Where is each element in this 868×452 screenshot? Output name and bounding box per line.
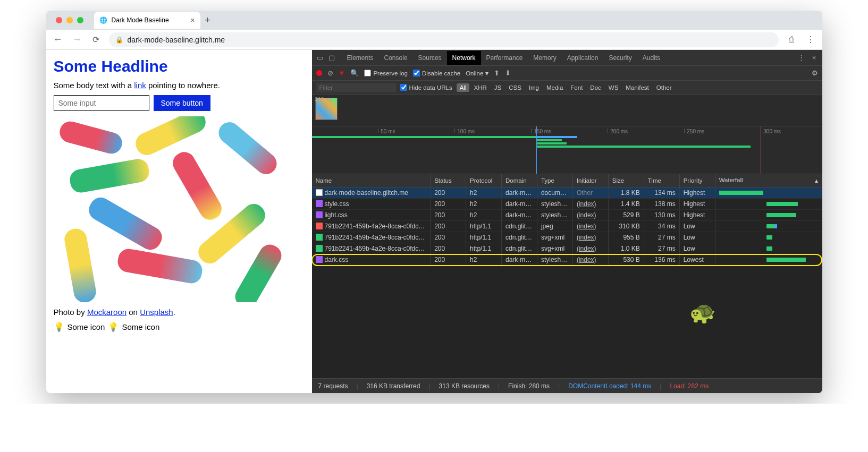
devtools-tab-console[interactable]: Console: [379, 51, 413, 65]
network-row[interactable]: 791b2241-459b-4a2e-8cca-c0fdc2…200http/1…: [312, 243, 822, 254]
filter-chip-xhr[interactable]: XHR: [470, 83, 490, 92]
devtools-menu-icon[interactable]: ⋮: [797, 53, 806, 63]
devtools-tab-network[interactable]: Network: [447, 51, 481, 65]
initiator-link[interactable]: (index): [577, 223, 596, 230]
disable-cache-checkbox[interactable]: Disable cache: [413, 70, 460, 76]
new-tab-button[interactable]: +: [200, 15, 215, 26]
inspect-element-icon[interactable]: ▭: [315, 53, 325, 63]
devtools-close-icon[interactable]: ×: [810, 53, 819, 63]
ruler-tick: 100 ms: [454, 129, 475, 133]
settings-icon[interactable]: ⚙: [812, 69, 818, 77]
site-link[interactable]: Unsplash: [140, 308, 173, 317]
devtools-tab-audits[interactable]: Audits: [637, 51, 665, 65]
filter-chip-manifest[interactable]: Manifest: [622, 83, 652, 92]
devtools-tab-performance[interactable]: Performance: [481, 51, 528, 65]
column-header-status[interactable]: Status: [431, 174, 466, 187]
menu-icon[interactable]: ⋮: [804, 35, 817, 45]
column-header-waterfall[interactable]: Waterfall ▴: [715, 174, 822, 187]
devtools-tab-memory[interactable]: Memory: [528, 51, 561, 65]
network-row[interactable]: dark.css200h2dark-mo…stylesheet(index)53…: [312, 254, 822, 266]
status-resources: 313 KB resources: [439, 382, 490, 390]
filter-chip-media[interactable]: Media: [543, 83, 566, 92]
filter-chip-img[interactable]: Img: [526, 83, 542, 92]
file-type-icon: [316, 223, 323, 229]
devtools-tab-elements[interactable]: Elements: [342, 51, 379, 65]
clear-icon[interactable]: ⊘: [327, 69, 333, 77]
initiator-link[interactable]: (index): [577, 234, 596, 241]
file-type-icon: [316, 256, 323, 263]
hide-data-urls-checkbox[interactable]: Hide data URLs: [400, 84, 452, 91]
browser-tab[interactable]: 🌐 Dark Mode Baseline ×: [94, 12, 200, 29]
rendered-page: Some Headline Some body text with a link…: [46, 50, 312, 393]
filter-chip-font[interactable]: Font: [567, 83, 586, 92]
status-dcl: DOMContentLoaded: 144 ms: [568, 382, 651, 390]
network-row[interactable]: light.css200h2dark-mo…stylesheet(index)5…: [312, 210, 822, 221]
author-link[interactable]: Mockaroon: [87, 308, 127, 317]
browser-window: 🌐 Dark Mode Baseline × + ← → ⟳ 🔒 dark-mo…: [46, 11, 822, 393]
throttle-select[interactable]: Online ▾: [466, 70, 488, 77]
record-button[interactable]: [316, 70, 322, 76]
column-header-domain[interactable]: Domain: [502, 174, 537, 187]
search-icon[interactable]: 🔍: [350, 69, 359, 77]
ruler-tick: 150 ms: [531, 129, 551, 133]
initiator-link[interactable]: (index): [577, 211, 596, 219]
window-close-icon[interactable]: [56, 17, 62, 23]
network-row[interactable]: 791b2241-459b-4a2e-8cca-c0fdc2…200http/1…: [312, 221, 822, 232]
devtools-tab-security[interactable]: Security: [603, 51, 637, 65]
column-header-time[interactable]: Time: [644, 174, 679, 187]
status-transferred: 316 KB transferred: [367, 382, 420, 390]
network-row[interactable]: 791b2241-459b-4a2e-8cca-c0fdc2…200http/1…: [312, 232, 822, 243]
column-header-type[interactable]: Type: [537, 174, 572, 187]
globe-icon: 🌐: [99, 16, 107, 24]
window-minimize-icon[interactable]: [66, 17, 73, 23]
address-bar[interactable]: 🔒 dark-mode-baseline.glitch.me: [109, 32, 779, 47]
ruler-tick: 200 ms: [608, 129, 628, 133]
column-header-initiator[interactable]: Initiator: [572, 174, 608, 187]
hero-image: [54, 116, 301, 302]
text-input[interactable]: [54, 95, 149, 111]
device-mode-icon[interactable]: ▢: [327, 53, 336, 63]
status-bar: 7 requests| 316 KB transferred| 313 KB r…: [312, 378, 822, 393]
body-link[interactable]: link: [134, 81, 146, 90]
content-area: Some Headline Some body text with a link…: [46, 50, 822, 393]
filter-chip-css[interactable]: CSS: [505, 83, 525, 92]
column-header-priority[interactable]: Priority: [679, 174, 715, 187]
timeline-strip[interactable]: 311 ms: [312, 95, 822, 126]
devtools-tab-application[interactable]: Application: [562, 51, 604, 65]
filter-input[interactable]: [316, 83, 396, 92]
icon-row: 💡 Some icon 💡 Some icon: [54, 322, 305, 332]
filter-chip-doc[interactable]: Doc: [587, 83, 604, 92]
devtools-tab-sources[interactable]: Sources: [413, 51, 447, 65]
column-header-protocol[interactable]: Protocol: [466, 174, 502, 187]
filter-chip-js[interactable]: JS: [491, 83, 504, 92]
initiator-link[interactable]: (index): [577, 245, 596, 252]
preserve-log-checkbox[interactable]: Preserve log: [364, 70, 408, 76]
download-icon[interactable]: ⬇: [505, 69, 511, 77]
window-zoom-icon[interactable]: [77, 17, 83, 23]
filter-chip-all[interactable]: All: [457, 83, 470, 92]
forward-button[interactable]: →: [71, 34, 83, 45]
status-load: Load: 282 ms: [670, 382, 709, 390]
extensions-icon[interactable]: ⎙: [785, 35, 798, 45]
file-type-icon: [316, 211, 323, 218]
waterfall-ruler[interactable]: 50 ms100 ms150 ms200 ms250 ms300 ms: [312, 126, 822, 174]
upload-icon[interactable]: ⬆: [494, 69, 500, 77]
some-button[interactable]: Some button: [154, 95, 210, 111]
devtools-tabs: ▭ ▢ ElementsConsoleSourcesNetworkPerform…: [312, 50, 822, 66]
column-header-size[interactable]: Size: [608, 174, 644, 187]
network-row[interactable]: dark-mode-baseline.glitch.me200h2dark-mo…: [312, 187, 822, 199]
column-header-name[interactable]: Name: [312, 174, 431, 187]
browser-toolbar: ← → ⟳ 🔒 dark-mode-baseline.glitch.me ⎙ ⋮: [46, 30, 822, 50]
filter-chip-ws[interactable]: WS: [605, 83, 622, 92]
network-row[interactable]: style.css200h2dark-mo…stylesheet(index)1…: [312, 199, 822, 210]
filter-chip-other[interactable]: Other: [653, 83, 675, 92]
tab-strip: 🌐 Dark Mode Baseline × +: [46, 11, 822, 30]
filter-icon[interactable]: ▼: [339, 69, 345, 77]
ruler-tick: 250 ms: [684, 129, 704, 133]
initiator-link[interactable]: (index): [577, 256, 596, 263]
tab-close-icon[interactable]: ×: [190, 16, 195, 24]
reload-button[interactable]: ⟳: [90, 35, 103, 45]
bulb-icon: 💡: [108, 322, 119, 332]
initiator-link[interactable]: (index): [577, 200, 596, 208]
back-button[interactable]: ←: [52, 34, 64, 45]
